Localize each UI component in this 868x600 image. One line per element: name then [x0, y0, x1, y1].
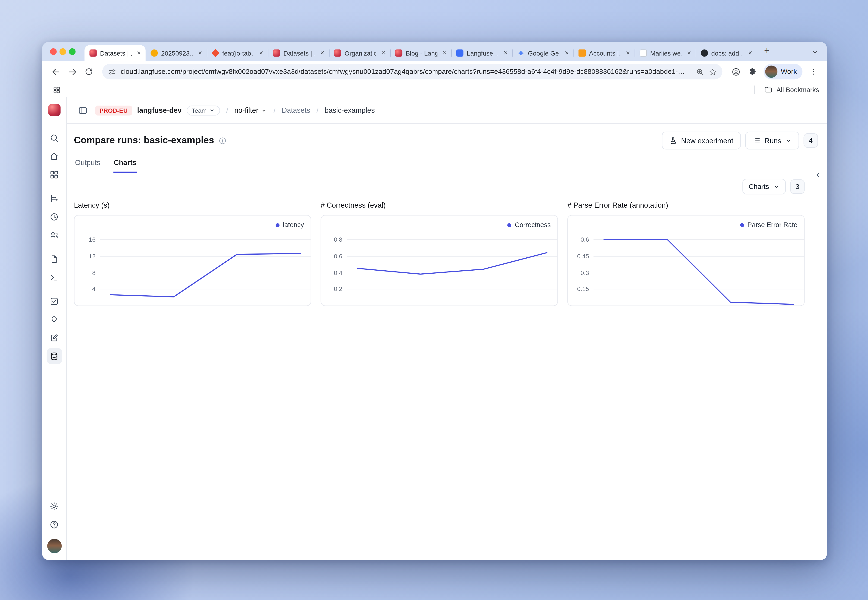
- browser-tab[interactable]: Langfuse …: [451, 45, 512, 61]
- tab-close-icon[interactable]: [685, 49, 693, 57]
- runs-dropdown-button[interactable]: Runs: [745, 132, 799, 150]
- collapse-panel-button[interactable]: [813, 171, 822, 179]
- new-experiment-button[interactable]: New experiment: [662, 132, 741, 150]
- tab-close-icon[interactable]: [563, 49, 571, 57]
- site-info-icon[interactable]: [108, 68, 116, 76]
- legend-dot: [276, 223, 279, 227]
- tab-close-icon[interactable]: [196, 49, 204, 57]
- sidebar-item-prompts[interactable]: [46, 251, 62, 267]
- breadcrumb-datasets-link[interactable]: Datasets: [282, 106, 310, 114]
- sidebar-item-dashboards[interactable]: [46, 167, 62, 182]
- home-icon: [50, 152, 59, 161]
- tab-close-icon[interactable]: [747, 49, 754, 57]
- y-tick-label: 0.6: [568, 236, 589, 243]
- all-bookmarks-label: All Bookmarks: [777, 86, 819, 94]
- close-window-button[interactable]: [50, 48, 57, 55]
- browser-tab[interactable]: 20250923…: [146, 45, 207, 61]
- sidebar-item-evaluation[interactable]: [46, 293, 62, 309]
- chevron-down-icon: [773, 183, 780, 190]
- extensions-button[interactable]: [745, 64, 760, 79]
- main-panel: PROD-EU langfuse-dev Team no-filter Data…: [67, 97, 827, 560]
- address-bar[interactable]: cloud.langfuse.com/project/cmfwgv8fx002o…: [102, 64, 722, 79]
- chart-card: Correctness0.20.40.60.8: [321, 215, 558, 306]
- browser-tab[interactable]: Marlies we…: [634, 45, 696, 61]
- browser-tab[interactable]: Datasets | …: [268, 45, 329, 61]
- tab-close-icon[interactable]: [319, 49, 326, 57]
- sidebar-item-playground[interactable]: [46, 270, 62, 285]
- browser-tab[interactable]: Google Ge…: [512, 45, 574, 61]
- user-avatar[interactable]: [47, 539, 61, 553]
- tab-close-icon[interactable]: [441, 49, 449, 57]
- bookmark-star-icon[interactable]: [709, 68, 717, 76]
- chart-card: Parse Error Rate0.150.30.450.6: [568, 215, 805, 306]
- sidebar-item-home[interactable]: [46, 148, 62, 164]
- grid-icon: [50, 170, 59, 179]
- tab-close-icon[interactable]: [379, 49, 387, 57]
- chart-line-svg: [347, 233, 557, 306]
- breadcrumb-current-dataset[interactable]: basic-examples: [325, 106, 375, 114]
- org-name[interactable]: langfuse-dev: [137, 106, 182, 114]
- browser-profile-chip[interactable]: Work: [763, 64, 803, 79]
- chart-line-svg: [593, 233, 804, 306]
- browser-tab[interactable]: feat(io-tab…: [207, 45, 268, 61]
- browser-tab[interactable]: Datasets | …: [85, 45, 146, 61]
- checksq-icon: [50, 296, 59, 306]
- sidebar-bottom-items: [46, 495, 62, 532]
- tab-charts[interactable]: Charts: [113, 156, 137, 173]
- reload-button[interactable]: [81, 64, 97, 79]
- legend-dot: [507, 223, 511, 227]
- sidebar-item-support[interactable]: [46, 517, 62, 532]
- browser-menu-button[interactable]: [806, 64, 821, 79]
- browser-tab[interactable]: docs: add …: [696, 45, 757, 61]
- org-plan-pill[interactable]: Team: [187, 105, 220, 115]
- tab-close-icon[interactable]: [624, 49, 632, 57]
- info-icon[interactable]: [219, 136, 227, 145]
- charts-dropdown-button[interactable]: Charts: [742, 179, 786, 194]
- tab-close-icon[interactable]: [257, 49, 265, 57]
- sidebar-item-settings[interactable]: [46, 498, 62, 514]
- zoom-icon[interactable]: [696, 68, 704, 76]
- sidebar-item-sessions[interactable]: [46, 209, 62, 224]
- bluedoc-favicon: [456, 50, 463, 57]
- tab-close-icon[interactable]: [135, 49, 143, 57]
- browser-tab-strip-row: Datasets | …20250923…feat(io-tab…Dataset…: [42, 42, 827, 61]
- tab-title: feat(io-tab…: [222, 50, 254, 56]
- project-selector[interactable]: no-filter: [234, 106, 267, 114]
- tab-close-icon[interactable]: [502, 49, 510, 57]
- orangebox-favicon: [578, 50, 586, 57]
- browser-tab[interactable]: Accounts |…: [574, 45, 634, 61]
- forward-button[interactable]: [64, 64, 80, 79]
- sidebar-item-insights[interactable]: [46, 312, 62, 327]
- sidebar-item-users[interactable]: [46, 227, 62, 242]
- browser-tab[interactable]: Blog - Lang…: [390, 45, 451, 61]
- y-tick-label: 0.2: [321, 286, 342, 292]
- gemini-favicon: [517, 50, 525, 57]
- database-icon: [50, 352, 59, 361]
- sidebar-item-tracing[interactable]: [46, 191, 62, 206]
- tab-search-button[interactable]: [811, 47, 819, 56]
- toggle-sidebar-button[interactable]: [78, 105, 88, 115]
- sidebar-item-datasets[interactable]: [46, 348, 62, 364]
- sidebar-item-search[interactable]: [46, 130, 62, 145]
- all-bookmarks-button[interactable]: All Bookmarks: [754, 86, 819, 94]
- url-text[interactable]: cloud.langfuse.com/project/cmfwgv8fx002o…: [121, 68, 691, 76]
- langfuse-logo-icon[interactable]: [48, 104, 61, 116]
- environment-badge[interactable]: PROD-EU: [95, 105, 132, 115]
- reload-icon: [85, 67, 93, 76]
- fullscreen-window-button[interactable]: [69, 48, 76, 55]
- langfuse-favicon: [334, 50, 341, 57]
- langfuse-app: PROD-EU langfuse-dev Team no-filter Data…: [42, 97, 827, 560]
- breadcrumb-separator: [225, 106, 229, 115]
- tab-title: Google Ge…: [528, 50, 560, 56]
- account-button[interactable]: [728, 64, 744, 79]
- chart-title: # Parse Error Rate (annotation): [568, 201, 805, 209]
- tab-outputs[interactable]: Outputs: [74, 156, 101, 173]
- new-tab-button[interactable]: [760, 44, 774, 58]
- sidebar-item-annotation[interactable]: [46, 330, 62, 345]
- y-tick-label: 0.45: [568, 253, 589, 259]
- browser-tab[interactable]: Organizatio…: [329, 45, 390, 61]
- back-button[interactable]: [48, 64, 63, 79]
- apps-button[interactable]: [50, 83, 64, 97]
- minimize-window-button[interactable]: [59, 48, 66, 55]
- tab-title: Organizatio…: [344, 50, 376, 56]
